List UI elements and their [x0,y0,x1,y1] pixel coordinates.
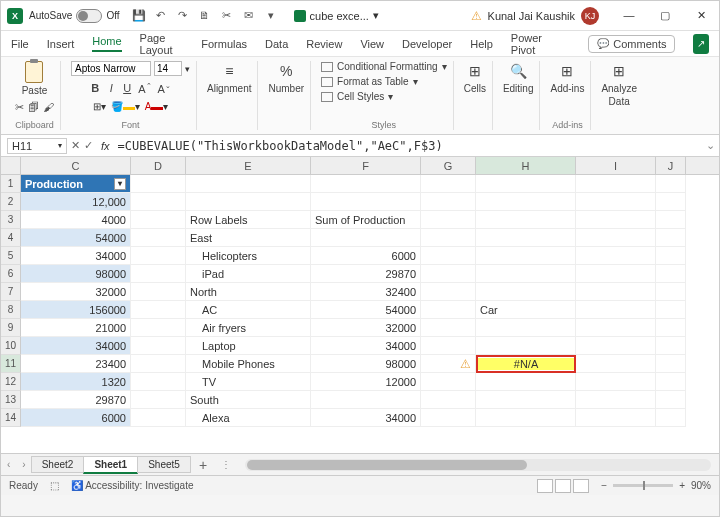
alignment-icon: ≡ [219,61,239,81]
col-header-I[interactable]: I [576,157,656,174]
col-header-F[interactable]: F [311,157,421,174]
row-header[interactable]: 1 [1,175,21,193]
page-layout-view-button[interactable] [555,479,571,493]
fill-color-button[interactable]: 🪣▾ [111,101,140,112]
minimize-button[interactable]: — [617,9,641,22]
zoom-control[interactable]: − + 90% [601,480,711,491]
cells-button[interactable]: ⊞Cells [464,61,486,94]
zoom-out-icon[interactable]: − [601,480,607,491]
warning-icon: ⚠ [471,9,482,23]
cancel-formula-icon[interactable]: ✕ [71,139,80,152]
bold-button[interactable]: B [90,82,100,94]
tab-formulas[interactable]: Formulas [201,38,247,50]
ribbon-font: ▾ B I U A⌃ A⌄ ⊞▾ 🪣▾ A▾ Font [65,61,197,130]
tab-review[interactable]: Review [306,38,342,50]
sheet-nav-right-icon[interactable]: › [16,459,31,470]
cell[interactable]: 12,000 [21,193,131,211]
share-button[interactable]: ↗ [693,34,709,54]
qat-more-icon[interactable]: ▾ [264,9,278,22]
col-header-E[interactable]: E [186,157,311,174]
increase-font-icon[interactable]: A⌃ [138,82,151,95]
format-as-table-button[interactable]: Format as Table ▾ [321,76,447,87]
number-format-button[interactable]: %Number [268,61,304,94]
save-icon[interactable]: 💾 [132,9,146,22]
select-all-corner[interactable] [1,157,21,174]
decrease-font-icon[interactable]: A⌄ [158,82,171,95]
close-button[interactable]: ✕ [689,9,713,22]
sheet-nav-left-icon[interactable]: ‹ [1,459,16,470]
alignment-button[interactable]: ≡Alignment [207,61,251,94]
col-header-G[interactable]: G [421,157,476,174]
selected-cell[interactable]: #N/A [476,355,576,373]
tab-power-pivot[interactable]: Power Pivot [511,32,552,56]
horizontal-scrollbar[interactable] [237,459,719,471]
name-box[interactable]: H11▾ [7,138,67,154]
qat-icon2[interactable]: ✉ [242,9,256,22]
cell-styles-button[interactable]: Cell Styles ▾ [321,91,447,102]
font-name-select[interactable] [71,61,151,76]
cut-small-icon[interactable]: ✂ [15,101,24,114]
zoom-slider[interactable] [613,484,673,487]
sheet-tab-sheet1[interactable]: Sheet1 [83,456,138,474]
sheet-tab-sheet2[interactable]: Sheet2 [31,456,85,473]
undo-icon[interactable]: ↶ [154,9,168,22]
analyze-data-button[interactable]: ⊞AnalyzeData [601,61,637,107]
tab-developer[interactable]: Developer [402,38,452,50]
chevron-down-icon[interactable]: ▾ [373,9,379,22]
paste-button[interactable]: Paste [22,61,48,96]
font-size-select[interactable] [154,61,182,76]
sheet-tab-sheet5[interactable]: Sheet5 [137,456,191,473]
chevron-down-icon[interactable]: ▾ [185,64,190,74]
cut-icon[interactable]: ✂ [220,9,234,22]
add-sheet-button[interactable]: + [191,457,215,473]
qat-icon[interactable]: 🗎 [198,9,212,22]
fx-icon[interactable]: fx [97,140,114,152]
col-header-C[interactable]: C [21,157,131,174]
normal-view-button[interactable] [537,479,553,493]
analyze-icon: ⊞ [609,61,629,81]
macro-record-icon[interactable]: ⬚ [50,480,59,491]
redo-icon[interactable]: ↷ [176,9,190,22]
toggle-track[interactable] [76,9,102,23]
tab-page-layout[interactable]: Page Layout [140,32,184,56]
addins-button[interactable]: ⊞Add-ins [550,61,584,94]
col-header-H[interactable]: H [476,157,576,174]
file-doc-icon [294,10,306,22]
title-bar: X AutoSave Off 💾 ↶ ↷ 🗎 ✂ ✉ ▾ cube exce..… [1,1,719,31]
autosave-toggle[interactable]: AutoSave Off [29,9,120,23]
file-name[interactable]: cube exce... ▾ [294,9,379,22]
error-warning-icon[interactable]: ⚠ [460,357,471,371]
tab-home[interactable]: Home [92,35,121,52]
italic-button[interactable]: I [106,82,116,94]
page-break-view-button[interactable] [573,479,589,493]
underline-button[interactable]: U [122,82,132,94]
col-header-D[interactable]: D [131,157,186,174]
copy-icon[interactable]: 🗐 [28,101,39,114]
tab-view[interactable]: View [360,38,384,50]
expand-formula-bar-icon[interactable]: ⌄ [701,139,719,152]
col-header-J[interactable]: J [656,157,686,174]
maximize-button[interactable]: ▢ [653,9,677,22]
tab-help[interactable]: Help [470,38,493,50]
comments-button[interactable]: 💬 Comments [588,35,675,53]
user-account[interactable]: ⚠ Kunal Jai Kaushik KJ [471,7,599,25]
tab-file[interactable]: File [11,38,29,50]
tab-data[interactable]: Data [265,38,288,50]
conditional-formatting-button[interactable]: Conditional Formatting ▾ [321,61,447,72]
accessibility-status[interactable]: ♿ Accessibility: Investigate [71,480,194,491]
formula-input[interactable]: =CUBEVALUE("ThisWorkbookDataModel","AeC"… [114,139,701,153]
border-button[interactable]: ⊞▾ [93,101,106,112]
accept-formula-icon[interactable]: ✓ [84,139,93,152]
editing-button[interactable]: 🔍Editing [503,61,534,94]
font-color-button[interactable]: A▾ [145,101,169,112]
worksheet-grid[interactable]: C D E F G H I J 1Production▾ 212,000 340… [1,157,719,453]
autosave-label: AutoSave [29,10,72,21]
chevron-down-icon[interactable]: ▾ [58,141,62,150]
format-painter-icon[interactable]: 🖌 [43,101,54,114]
filter-icon[interactable]: ▾ [114,178,126,190]
zoom-level[interactable]: 90% [691,480,711,491]
zoom-in-icon[interactable]: + [679,480,685,491]
tab-insert[interactable]: Insert [47,38,75,50]
tab-divider-icon[interactable]: ⋮ [215,459,237,470]
table-header-production[interactable]: Production▾ [21,175,131,193]
